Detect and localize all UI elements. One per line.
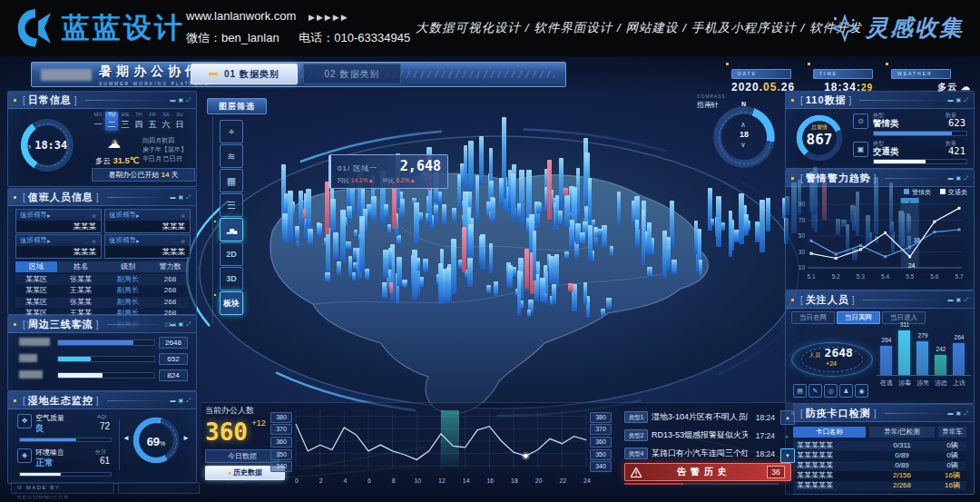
- mode-3d[interactable]: 3D: [220, 267, 243, 290]
- minimize-icon[interactable]: ▬: [171, 96, 176, 103]
- mode-2d[interactable]: 2D: [220, 242, 243, 266]
- website-link[interactable]: www.lanlanwork.com: [186, 9, 296, 23]
- chart-icon[interactable]: ▂▆▄: [220, 218, 243, 241]
- checkpoint-row[interactable]: 某某某某某0/890辆: [793, 461, 966, 471]
- map-tooltip[interactable]: 01/ 区域一 2,648 同比 14.1%▲ 环比 6.2%▲: [328, 154, 448, 189]
- tab-data-category-2[interactable]: 02 数据类别: [303, 64, 401, 84]
- card-ops-icons[interactable]: ‥ ⊗: [84, 238, 97, 244]
- maximize-icon[interactable]: ▣: [956, 296, 962, 303]
- target-icon[interactable]: ◎: [824, 384, 838, 398]
- weekday-日[interactable]: SU日: [173, 112, 186, 131]
- checkpoint-row[interactable]: 某某某某某2/26816辆: [793, 481, 966, 491]
- alert-row[interactable]: 类型2RD13-53烟感报警疑似火灾17:24: [624, 428, 775, 443]
- edit-icon[interactable]: ✎: [808, 384, 822, 398]
- table-row[interactable]: 某某区张某某副局长268: [15, 274, 189, 285]
- tab-data-category-1[interactable]: 01 数据类别: [191, 64, 298, 84]
- checkpoint-row[interactable]: 某某某某某0/3110辆: [793, 441, 966, 451]
- minimize-icon[interactable]: ▬: [171, 397, 176, 404]
- table-row[interactable]: 某某区张某某副局长268: [15, 297, 189, 308]
- header-line: [885, 178, 943, 179]
- focus-bar[interactable]: [953, 343, 965, 375]
- bar-axis-line: [877, 375, 971, 376]
- focus-bar[interactable]: [898, 330, 910, 375]
- focus-tab-1[interactable]: 当日在网: [791, 311, 835, 324]
- weekday-五[interactable]: FR五: [146, 112, 159, 131]
- table-row[interactable]: 某某区王某某副局长268: [15, 285, 189, 296]
- compass-up-chevron[interactable]: ∧: [740, 121, 746, 129]
- expand-icon[interactable]: ⤢: [964, 96, 968, 103]
- signal-icon[interactable]: ≋: [220, 144, 243, 168]
- focus-bar[interactable]: [916, 341, 928, 375]
- focus-bar[interactable]: [935, 355, 946, 375]
- checkpoint-row[interactable]: 某某某某某0/890辆: [793, 451, 966, 461]
- print-icon[interactable]: ▤: [793, 384, 807, 398]
- focus-bar[interactable]: [880, 346, 892, 375]
- maximize-icon[interactable]: ▣: [179, 193, 184, 201]
- col-header: 区域: [15, 261, 57, 272]
- expand-icon[interactable]: ⤢: [186, 193, 191, 201]
- weekday-三[interactable]: WE三: [119, 112, 132, 131]
- duty-card[interactable]: 值班领导▸‥ ⊗某某某: [104, 209, 191, 233]
- today-data-button[interactable]: 今日数据: [205, 449, 279, 463]
- card-ops-icons[interactable]: ‥ ⊗: [84, 212, 97, 219]
- grid-icon[interactable]: ▦: [220, 169, 243, 192]
- maximize-icon[interactable]: ▣: [179, 96, 184, 103]
- maximize-icon[interactable]: ▣: [956, 174, 962, 182]
- minimize-icon[interactable]: ▬: [948, 174, 954, 182]
- alert-row[interactable]: 类型1湿地3-104片区有不明人员闯入18:24: [624, 409, 775, 425]
- expand-icon[interactable]: ⤢: [186, 397, 191, 404]
- weekday-cn: 五: [146, 119, 159, 131]
- alert-history-banner[interactable]: 告警历史 36: [624, 463, 791, 481]
- inspiration-collect[interactable]: 灵感收集: [831, 13, 964, 43]
- weekday-四[interactable]: TH四: [132, 112, 145, 131]
- location-pin-icon[interactable]: ⌖: [220, 120, 243, 143]
- person-icon[interactable]: ♟: [839, 384, 853, 398]
- expand-icon[interactable]: ⤢: [186, 320, 191, 328]
- air-unit: AQI: [97, 414, 106, 419]
- minimize-icon[interactable]: ▬: [171, 193, 176, 201]
- expand-icon[interactable]: ⤢: [186, 96, 191, 103]
- maximize-icon[interactable]: ▣: [956, 96, 962, 103]
- weekday-六[interactable]: SA六: [160, 112, 172, 131]
- minimize-icon[interactable]: ▬: [171, 320, 176, 328]
- weekday-en: TH: [132, 112, 145, 117]
- gauge-prev-arrow[interactable]: ◄: [122, 434, 130, 442]
- checkpoint-col-header[interactable]: 卡口名称: [793, 427, 866, 438]
- flow-bar-fill: [58, 357, 91, 361]
- expand-icon[interactable]: ⤢: [964, 409, 968, 417]
- phone-label: 电话：010-63334945: [299, 31, 410, 44]
- maximize-icon[interactable]: ▣: [956, 409, 962, 417]
- weekday-二[interactable]: TU二: [105, 112, 118, 131]
- list-icon[interactable]: ☰: [220, 193, 243, 217]
- cell: 副局长: [104, 274, 152, 285]
- maximize-icon[interactable]: ▣: [179, 320, 184, 328]
- trend-legend: 警情类交通类: [786, 188, 967, 197]
- censored-line-label: [19, 354, 37, 362]
- checkpoint-row[interactable]: 某某某某某2/15616辆: [793, 471, 966, 481]
- maximize-icon[interactable]: ▣: [179, 397, 184, 404]
- minimize-icon[interactable]: ▬: [948, 296, 954, 303]
- alert-row[interactable]: 类型4某路口有小汽车连闯三个红灯18:24: [624, 446, 775, 461]
- mode-plate[interactable]: 板块: [220, 291, 243, 315]
- bar-category-label: 涉毒: [895, 379, 915, 388]
- duty-card[interactable]: 值班领导▸‥ ⊗某某某: [15, 209, 102, 233]
- duty-card[interactable]: 值班领导▸‥ ⊗某某某: [15, 234, 102, 259]
- card-ops-icons[interactable]: ‥ ⊗: [173, 238, 186, 244]
- focus-tab-2[interactable]: 当日离网: [837, 311, 880, 324]
- scroll-down-icon[interactable]: ▼: [780, 448, 795, 463]
- duty-card-top: 值班领导▸‥ ⊗: [16, 235, 101, 246]
- y-axis-label: 350: [270, 449, 292, 460]
- minimize-icon[interactable]: ▬: [948, 409, 954, 417]
- weekday-一[interactable]: MO一: [92, 112, 104, 131]
- camera-icon[interactable]: ◉: [855, 384, 868, 398]
- card-ops-icons[interactable]: ‥ ⊗: [173, 212, 186, 219]
- duty-card[interactable]: 值班领导▸‥ ⊗某某某: [104, 234, 191, 259]
- gauge-next-arrow[interactable]: ►: [182, 434, 190, 442]
- scroll-up-icon[interactable]: ▲: [780, 410, 795, 425]
- expand-icon[interactable]: ⤢: [964, 296, 968, 303]
- weather-label: WEATHER: [891, 69, 951, 79]
- expand-icon[interactable]: ⤢: [964, 174, 968, 182]
- minimize-icon[interactable]: ▬: [948, 96, 954, 103]
- lunar-calendar: 闰四月初四庚子年【鼠年】辛巳月 己巳日: [142, 136, 187, 163]
- compass-down-chevron[interactable]: ∨: [740, 141, 746, 149]
